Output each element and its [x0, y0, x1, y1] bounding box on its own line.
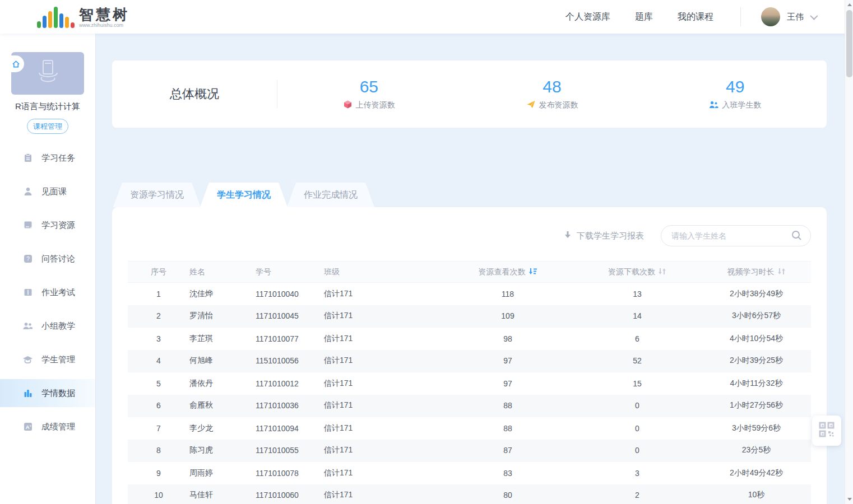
- nav-item[interactable]: 我的课程: [678, 11, 713, 23]
- table-cell: 2: [573, 484, 702, 504]
- student-learning-panel: 下载学生学习报表 序号姓名学号班级资源查看次数资源下载次数视频学习时长 1沈佳烨…: [112, 207, 827, 504]
- nav-item[interactable]: 题库: [635, 11, 653, 23]
- table-cell: 6: [573, 328, 702, 350]
- scrollbar-thumb[interactable]: [846, 10, 852, 77]
- search-icon[interactable]: [791, 230, 802, 243]
- table-cell: 信计171: [324, 372, 443, 395]
- download-report-link[interactable]: 下载学生学习报表: [563, 231, 644, 241]
- top-nav: 个人资源库题库我的课程: [565, 11, 713, 23]
- overview-title: 总体概况: [112, 86, 277, 102]
- sidebar-item-label: 问答讨论: [41, 254, 75, 264]
- sidebar-item[interactable]: 学情数据: [0, 379, 95, 407]
- table-cell: 13: [573, 283, 702, 305]
- home-icon[interactable]: [7, 55, 24, 72]
- table-cell: 马佳轩: [189, 484, 256, 504]
- table-cell: 87: [443, 440, 573, 462]
- nav-item[interactable]: 个人资源库: [565, 11, 610, 23]
- table-cell: 1: [128, 283, 189, 305]
- table-toolbar: 下载学生学习报表: [112, 207, 827, 246]
- table-cell: 3小时59分6秒: [702, 417, 811, 440]
- logo-bar: [37, 21, 41, 28]
- logo-bar: [43, 16, 47, 28]
- download-label: 下载学生学习报表: [577, 231, 644, 241]
- table-cell: 陈习虎: [189, 440, 256, 462]
- table-cell: 3小时6分57秒: [702, 305, 811, 328]
- sidebar-item[interactable]: ?问答讨论: [0, 245, 95, 273]
- sort-both-icon[interactable]: [658, 268, 666, 277]
- column-label: 姓名: [189, 267, 205, 277]
- table-cell: 88: [443, 417, 573, 440]
- table-cell: 97: [443, 350, 573, 372]
- sidebar-item-label: 见面课: [41, 186, 67, 197]
- column-header[interactable]: 视频学习时长: [702, 262, 811, 283]
- table-cell: 信计171: [324, 462, 443, 484]
- table-cell: 信计171: [324, 440, 443, 462]
- table-cell: 98: [443, 328, 573, 350]
- table-cell: 1171010077: [256, 328, 324, 350]
- scroll-down-arrow-icon[interactable]: [847, 498, 852, 501]
- table-cell: 信计171: [324, 484, 443, 504]
- graduation-icon: [22, 354, 33, 365]
- sidebar-item[interactable]: 作业考试: [0, 278, 95, 306]
- user-menu[interactable]: 王伟: [761, 7, 816, 26]
- search-input[interactable]: [661, 225, 811, 246]
- stat-label: 入班学生数: [643, 100, 827, 111]
- sort-desc-active-icon[interactable]: [529, 268, 537, 277]
- qr-code-button[interactable]: [812, 416, 841, 446]
- table-cell: 9: [128, 462, 189, 484]
- sidebar-item[interactable]: A+成绩管理: [0, 413, 95, 441]
- course-manage-button[interactable]: 课程管理: [27, 119, 68, 134]
- sidebar-item-label: 作业考试: [41, 287, 75, 298]
- table-row: 1沈佳烨1171010040信计171118132小时38分49秒: [128, 283, 811, 305]
- logo-bar: [71, 22, 75, 28]
- table-cell: 沈佳烨: [189, 283, 256, 305]
- sidebar-item-label: 学习任务: [41, 153, 75, 164]
- student-search: [661, 225, 811, 246]
- column-label: 班级: [324, 267, 340, 277]
- stat-label-text: 上传资源数: [356, 100, 395, 110]
- sidebar-item[interactable]: 见面课: [0, 178, 95, 206]
- table-row: 6俞雁秋1171010036信计1718801小时27分56秒: [128, 395, 811, 417]
- scroll-up-arrow-icon[interactable]: [847, 3, 852, 6]
- sidebar: R语言与统计计算 课程管理 学习任务见面课学习资源?问答讨论作业考试小组教学学生…: [0, 34, 95, 504]
- page-scrollbar[interactable]: [845, 0, 853, 504]
- tab-item[interactable]: 资源学习情况: [113, 183, 201, 207]
- cube-icon: [343, 100, 353, 111]
- username: 王伟: [787, 12, 804, 22]
- column-label: 视频学习时长: [727, 267, 775, 277]
- sidebar-item[interactable]: 学习任务: [0, 144, 95, 172]
- table-row: 7李少龙1171010094信计1718803小时59分6秒: [128, 417, 811, 440]
- table-cell: 1171010036: [256, 395, 324, 417]
- course-card[interactable]: [11, 52, 84, 95]
- grade-icon: A+: [22, 422, 33, 432]
- sort-both-icon[interactable]: [777, 268, 786, 277]
- logo-title: 智慧树: [79, 7, 129, 22]
- sidebar-item[interactable]: 小组教学: [0, 312, 95, 340]
- stat-label-text: 发布资源数: [539, 100, 578, 110]
- table-row: 3李芷琪1171010077信计1719864小时10分54秒: [128, 328, 811, 350]
- exam-icon: [22, 287, 33, 298]
- column-header: 班级: [324, 262, 443, 283]
- sidebar-item-label: 学生管理: [41, 354, 75, 365]
- sidebar-item[interactable]: 学习资源: [0, 211, 95, 239]
- tab-active[interactable]: 学生学习情况: [200, 183, 288, 207]
- table-cell: 80: [443, 484, 573, 504]
- tab-item[interactable]: 作业完成情况: [287, 183, 374, 207]
- stat-value: 49: [643, 77, 827, 97]
- table-cell: 信计171: [324, 328, 443, 350]
- column-header[interactable]: 资源查看次数: [443, 262, 573, 283]
- table-cell: 李少龙: [189, 417, 256, 440]
- qr-code-icon: [818, 421, 835, 440]
- column-header[interactable]: 资源下载次数: [573, 262, 702, 283]
- table-cell: 李芷琪: [189, 328, 256, 350]
- students-icon: [709, 100, 718, 111]
- table-cell: 信计171: [324, 305, 443, 328]
- table-cell: 4: [128, 350, 189, 372]
- table-cell: 52: [573, 350, 702, 372]
- person-icon: [22, 186, 33, 197]
- table-cell: 1171010012: [256, 372, 324, 395]
- table-cell: 信计171: [324, 283, 443, 305]
- zhihuishu-logo[interactable]: 智慧树 www.zhihuishu.com: [37, 6, 129, 28]
- avatar[interactable]: [761, 7, 780, 26]
- sidebar-item[interactable]: 学生管理: [0, 346, 95, 374]
